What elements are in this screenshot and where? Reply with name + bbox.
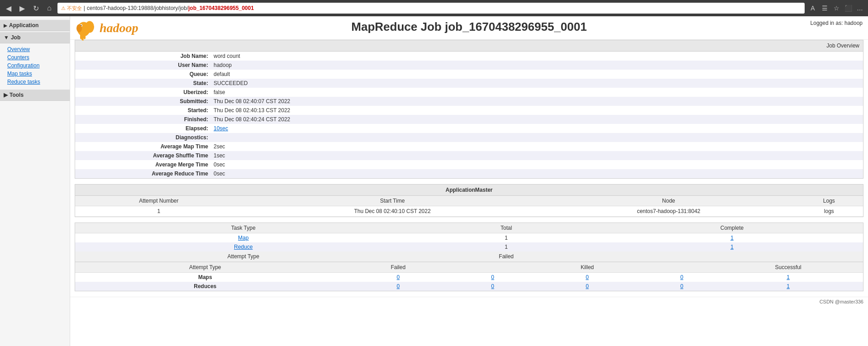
- job-links: Overview Counters Configuration Map task…: [0, 43, 70, 88]
- reduce-link[interactable]: Reduce: [234, 244, 253, 250]
- task-table: Task Type Total Complete Map 1 1 Reduce …: [75, 223, 863, 262]
- maps-successful: 1: [713, 273, 863, 282]
- extension-icon[interactable]: ⬛: [844, 4, 853, 13]
- map-complete-link[interactable]: 1: [730, 235, 734, 241]
- reduces-failed-link[interactable]: 0: [396, 283, 400, 289]
- field-label: State:: [75, 79, 211, 88]
- table-row: Average Merge Time 0sec: [75, 160, 863, 169]
- maps-failed-link[interactable]: 0: [396, 274, 400, 280]
- maps-killed2: 0: [650, 273, 713, 282]
- attempt-col-type: Attempt Type: [75, 262, 335, 273]
- map-tasks-link[interactable]: Map tasks: [7, 70, 70, 78]
- attempt-col-failed: Failed: [411, 251, 601, 262]
- table-row: Queue: default: [75, 70, 863, 79]
- tools-section-header[interactable]: ▶ Tools: [0, 90, 70, 101]
- table-row: Finished: Thu Dec 08 02:40:24 CST 2022: [75, 115, 863, 124]
- attempt-table: Attempt Type Failed Killed Successful Ma…: [75, 262, 863, 291]
- field-value: 2sec: [211, 142, 863, 151]
- back-button[interactable]: ◀: [4, 3, 14, 14]
- page-header: hadoop MapReduce Job job_1670438296955_0…: [70, 16, 868, 40]
- field-value: SUCCEEDED: [211, 79, 863, 88]
- svg-point-4: [76, 24, 82, 32]
- task-type-reduce: Reduce: [75, 242, 411, 251]
- table-row: Diagnostics:: [75, 133, 863, 142]
- am-table-header: Attempt Number Start Time Node Logs: [75, 196, 863, 206]
- field-label: Elapsed:: [75, 124, 211, 133]
- table-row: Started: Thu Dec 08 02:40:13 CST 2022: [75, 106, 863, 115]
- table-row: Reduce 1 1: [75, 242, 863, 251]
- application-master-section: ApplicationMaster Attempt Number Start T…: [75, 184, 863, 217]
- attempt-table-body: Maps 0 0 0 0 1 Reduces 0 0 0 0 1: [75, 273, 863, 291]
- hadoop-elephant-icon: [75, 16, 100, 40]
- svg-point-1: [85, 21, 94, 33]
- field-label: Started:: [75, 106, 211, 115]
- tools-arrow: ▶: [4, 92, 8, 98]
- attempt-type-maps: Maps: [75, 273, 335, 282]
- table-row: 1 Thu Dec 08 02:40:10 CST 2022 centos7-h…: [75, 206, 863, 217]
- logged-in-text: Logged in as: hadoop: [811, 20, 863, 26]
- elapsed-link[interactable]: 10sec: [214, 125, 228, 132]
- reload-button[interactable]: ↻: [31, 3, 41, 14]
- overview-link[interactable]: Overview: [7, 45, 70, 53]
- task-header-row: Task Type Total Complete: [75, 223, 863, 233]
- configuration-link[interactable]: Configuration: [7, 62, 70, 70]
- svg-rect-5: [80, 34, 82, 39]
- table-row: Job Name: word count: [75, 52, 863, 61]
- job-overview-table: Job Name: word count User Name: hadoop Q…: [75, 52, 863, 178]
- task-col-total: Total: [411, 223, 601, 233]
- main-layout: ▶ Application ▼ Job Overview Counters Co…: [0, 16, 868, 346]
- task-col-type: Task Type: [75, 223, 411, 233]
- browser-bar: ◀ ▶ ↻ ⌂ ⚠ 不安全 | centos7-hadoop-130:19888…: [0, 0, 868, 16]
- field-label: Queue:: [75, 70, 211, 79]
- reader-icon[interactable]: ☰: [820, 4, 829, 13]
- am-node: centos7-hadoop-131:8042: [542, 206, 795, 217]
- footer-text: CSDN @master336: [820, 299, 863, 304]
- maps-failed2-link[interactable]: 0: [491, 274, 494, 280]
- field-label: User Name:: [75, 61, 211, 70]
- reduces-successful: 1: [713, 282, 863, 291]
- maps-killed2-link[interactable]: 0: [680, 274, 683, 280]
- browser-toolbar: A ☰ ☆ ⬛ …: [808, 4, 864, 13]
- reduces-failed2: 0: [461, 282, 524, 291]
- maps-successful-link[interactable]: 1: [787, 274, 790, 280]
- am-start-time: Thu Dec 08 02:40:10 CST 2022: [243, 206, 543, 217]
- forward-button[interactable]: ▶: [17, 3, 27, 14]
- job-arrow: ▼: [4, 34, 9, 41]
- separator: |: [84, 5, 85, 11]
- field-label: Job Name:: [75, 52, 211, 61]
- application-section-header[interactable]: ▶ Application: [0, 20, 70, 31]
- more-icon[interactable]: …: [855, 4, 864, 13]
- am-table-body: 1 Thu Dec 08 02:40:10 CST 2022 centos7-h…: [75, 206, 863, 217]
- translate-icon[interactable]: A: [808, 4, 817, 13]
- field-value: Thu Dec 08 02:40:13 CST 2022: [211, 106, 863, 115]
- application-arrow: ▶: [4, 23, 7, 28]
- field-label: Average Merge Time: [75, 160, 211, 169]
- am-logs: logs: [795, 206, 863, 217]
- am-logs-link[interactable]: logs: [824, 208, 834, 214]
- task-type-header: Task Type Total Complete: [75, 223, 863, 233]
- map-link[interactable]: Map: [238, 235, 248, 241]
- sidebar: ▶ Application ▼ Job Overview Counters Co…: [0, 16, 70, 346]
- reduces-failed2-link[interactable]: 0: [491, 283, 494, 289]
- am-attempt-number: 1: [75, 206, 243, 217]
- star-icon[interactable]: ☆: [832, 4, 841, 13]
- am-node-link[interactable]: centos7-hadoop-131:8042: [637, 208, 700, 214]
- attempt-table-header: Attempt Type Failed Killed Successful: [75, 262, 863, 273]
- reduces-successful-link[interactable]: 1: [787, 283, 790, 289]
- reduce-tasks-link[interactable]: Reduce tasks: [7, 78, 70, 86]
- job-id-in-url: job_1670438296955_0001: [188, 5, 254, 11]
- address-bar[interactable]: ⚠ 不安全 | centos7-hadoop-130:19888/jobhist…: [57, 3, 805, 14]
- home-button[interactable]: ⌂: [45, 3, 54, 13]
- job-section-header[interactable]: ▼ Job: [0, 32, 70, 43]
- counters-link[interactable]: Counters: [7, 53, 70, 62]
- task-type-map: Map: [75, 233, 411, 243]
- am-col-logs: Logs: [795, 196, 863, 206]
- attempt-col-killed: Killed: [524, 262, 650, 273]
- maps-killed-link[interactable]: 0: [586, 274, 589, 280]
- reduce-complete-link[interactable]: 1: [730, 244, 734, 250]
- am-col-attempt: Attempt Number: [75, 196, 243, 206]
- reduces-killed2-link[interactable]: 0: [680, 283, 683, 289]
- job-overview-section: Job Overview Job Name: word count User N…: [75, 40, 863, 179]
- attempt-col-failed: Failed: [335, 262, 462, 273]
- reduces-killed-link[interactable]: 0: [586, 283, 589, 289]
